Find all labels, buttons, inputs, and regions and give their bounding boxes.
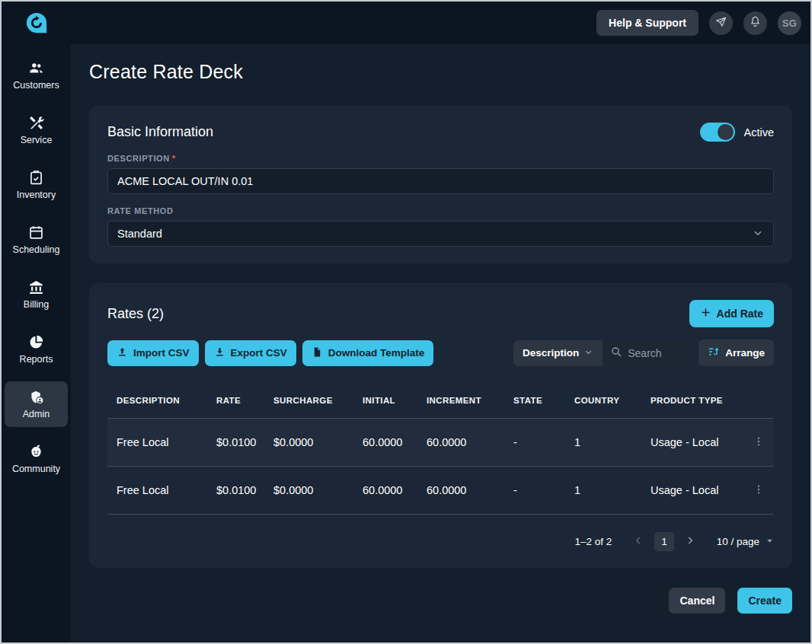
send-button[interactable] — [709, 11, 733, 35]
column-header-country: COUNTRY — [565, 396, 641, 405]
send-icon — [714, 15, 727, 31]
table-cell: - — [504, 484, 565, 496]
search-box — [603, 340, 691, 365]
active-toggle-wrap: Active — [700, 123, 775, 142]
bell-icon — [749, 15, 762, 31]
add-rate-button[interactable]: Add Rate — [689, 300, 774, 327]
column-header-increment: INCREMENT — [417, 396, 504, 405]
pagination-range: 1–2 of 2 — [574, 536, 612, 547]
page-title: Create Rate Deck — [89, 61, 792, 83]
rate-method-label: RATE METHOD — [107, 206, 774, 215]
search-input[interactable] — [628, 347, 683, 359]
active-toggle-label: Active — [744, 126, 775, 139]
footer-actions: Cancel Create — [89, 588, 792, 614]
notifications-button[interactable] — [743, 11, 767, 35]
sidebar-item-scheduling[interactable]: Scheduling — [5, 217, 68, 263]
sidebar-item-label: Scheduling — [13, 244, 60, 255]
chevron-left-icon — [633, 535, 644, 548]
sidebar-item-inventory[interactable]: Inventory — [5, 162, 68, 208]
table-cell: Free Local — [107, 484, 207, 496]
cancel-button[interactable]: Cancel — [669, 588, 725, 614]
sidebar-item-label: Reports — [20, 354, 53, 365]
required-marker: * — [172, 154, 176, 163]
sidebar-item-label: Customers — [13, 80, 59, 91]
chevron-down-icon — [583, 347, 593, 359]
chevron-right-icon — [685, 535, 695, 548]
rate-method-value: Standard — [117, 228, 162, 240]
table-row: Free Local$0.0100$0.000060.000060.0000-1… — [107, 418, 774, 466]
admin-icon — [28, 389, 44, 405]
sidebar-item-community[interactable]: Community — [5, 436, 68, 482]
help-support-button[interactable]: Help & Support — [596, 10, 699, 36]
community-icon — [28, 444, 44, 460]
sidebar-item-admin[interactable]: Admin — [5, 381, 68, 427]
export-csv-button[interactable]: Export CSV — [205, 340, 296, 366]
column-header-surcharge: SURCHARGE — [264, 396, 353, 405]
table-cell: $0.0000 — [264, 436, 353, 448]
upload-icon — [117, 346, 128, 360]
sidebar-item-billing[interactable]: Billing — [5, 272, 68, 317]
table-cell: 1 — [565, 436, 641, 448]
sidebar-item-customers[interactable]: Customers — [5, 53, 68, 98]
customers-icon — [28, 60, 44, 76]
search-field-selector[interactable]: Description — [513, 340, 603, 366]
row-actions-button[interactable] — [750, 433, 768, 451]
description-label: DESCRIPTION* — [107, 154, 774, 163]
service-icon — [28, 115, 44, 131]
table-cell: $0.0000 — [264, 484, 353, 496]
rates-card: Rates (2) Add Rate Im — [89, 283, 792, 568]
table-cell: Free Local — [107, 436, 207, 448]
sidebar-item-label: Billing — [24, 299, 49, 310]
rates-title: Rates (2) — [107, 306, 164, 322]
basic-information-card: Basic Information Active DESCRIPTION* RA… — [89, 106, 792, 263]
dots-vertical-icon — [753, 483, 765, 498]
download-template-button[interactable]: Download Template — [302, 340, 434, 366]
table-cell: 60.0000 — [417, 484, 504, 496]
sidebar-nav: CustomersServiceInventorySchedulingBilli… — [2, 51, 71, 491]
pagination: 1–2 of 2 1 10 / page — [107, 531, 774, 551]
dots-vertical-icon — [753, 435, 765, 450]
basic-information-title: Basic Information — [107, 124, 213, 140]
app-logo-icon[interactable] — [25, 11, 48, 34]
next-page-button[interactable] — [680, 531, 700, 551]
table-cell: 1 — [565, 484, 641, 496]
toggle-knob — [718, 124, 734, 140]
table-cell: 60.0000 — [353, 484, 417, 496]
sidebar-item-label: Inventory — [17, 190, 56, 200]
create-button[interactable]: Create — [737, 588, 792, 614]
page-content: Create Rate Deck Basic Information Activ… — [71, 44, 810, 642]
reports-icon — [28, 334, 44, 350]
row-actions-button[interactable] — [750, 481, 768, 499]
rate-method-select[interactable]: Standard — [107, 221, 774, 247]
caret-down-icon — [766, 536, 774, 547]
user-avatar[interactable]: SG — [778, 11, 801, 35]
sidebar-item-label: Service — [21, 135, 53, 145]
scheduling-icon — [28, 225, 44, 241]
sidebar-item-label: Community — [12, 464, 60, 474]
column-header-description: DESCRIPTION — [107, 396, 207, 405]
active-toggle[interactable] — [700, 123, 735, 142]
page-size-select[interactable]: 10 / page — [717, 536, 774, 547]
sidebar-item-service[interactable]: Service — [5, 107, 68, 153]
description-input[interactable] — [107, 168, 774, 194]
column-header-product-type: PRODUCT TYPE — [641, 396, 750, 405]
table-cell: 60.0000 — [353, 436, 417, 448]
import-csv-button[interactable]: Import CSV — [107, 340, 199, 366]
billing-icon — [28, 279, 44, 295]
main-column: Help & Support SG Create Rate Deck Basic… — [71, 2, 810, 642]
sidebar: CustomersServiceInventorySchedulingBilli… — [2, 2, 71, 642]
table-row: Free Local$0.0100$0.000060.000060.0000-1… — [107, 466, 774, 514]
previous-page-button[interactable] — [628, 531, 648, 551]
search-icon — [610, 346, 622, 361]
file-icon — [312, 346, 323, 360]
download-icon — [214, 346, 225, 360]
table-cell: 60.0000 — [417, 436, 504, 448]
sidebar-item-label: Admin — [23, 409, 50, 419]
table-cell: $0.0100 — [207, 436, 264, 448]
table-cell: Usage - Local — [641, 484, 750, 496]
page-number-button[interactable]: 1 — [654, 532, 674, 551]
app-window: CustomersServiceInventorySchedulingBilli… — [0, 0, 812, 644]
table-header-row: DESCRIPTIONRATESURCHARGEINITIALINCREMENT… — [107, 383, 774, 418]
arrange-button[interactable]: Arrange — [699, 340, 774, 366]
sidebar-item-reports[interactable]: Reports — [5, 327, 68, 372]
